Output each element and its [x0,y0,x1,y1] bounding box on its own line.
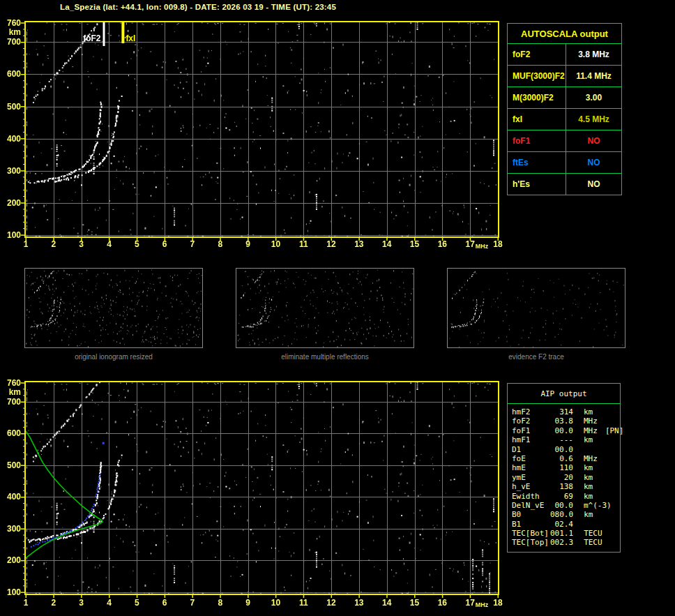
aip-val: --- [550,435,573,444]
x-tick-label: 11 [295,598,312,608]
y-tick-label: 760 [0,378,21,388]
x-tick-label: 8 [212,239,229,249]
row-value: 3.00 [566,87,621,108]
station-title: La_Spezia (lat: +44.1, lon: 009.8) - DAT… [60,3,336,11]
aip-val: 0.6 [550,454,573,463]
aip-unit: m^(-3) [584,501,612,510]
x-tick-label: 12 [323,598,340,608]
aip-table-row: B0080.0km [512,510,620,519]
x-tick-label: 16 [434,239,450,249]
aip-table-row: foF203.8MHz [512,416,620,426]
aip-val: 138 [550,482,573,491]
x-tick-label: 8 [212,598,229,608]
aip-name: hmF2 [512,407,550,416]
aip-table-row: ymE20km [512,473,620,482]
row-value: 4.5 MHz [566,109,621,130]
x-tick-label: 2 [45,598,62,608]
y-tick-label: 700 [0,37,21,47]
aip-unit: km [584,435,593,444]
x-tick-label: 9 [240,598,257,608]
aip-val: 02.4 [550,520,573,529]
y-axis-unit: km [0,387,22,397]
y-tick-label: 100 [0,230,21,240]
autoscala-table-row: h'EsNO [508,174,621,195]
y-tick-label: 400 [0,492,21,502]
x-tick-label: 6 [156,598,173,608]
x-tick-label: 1 [17,239,34,249]
x-tick-label: 1 [17,598,34,608]
autoscala-table-title: AUTOSCALA output [508,24,621,44]
aip-unit: MHz [584,426,598,435]
y-tick-label: 400 [0,134,21,144]
x-tick-label: 16 [434,598,450,608]
x-tick-label: 14 [379,239,395,249]
aip-name: TEC[Top] [512,538,550,547]
thumbnail-caption: eliminate multiple reflections [236,353,414,361]
row-label: foF2 [508,44,566,65]
aip-name: D1 [512,445,550,454]
autoscala-table-row: foF1NO [508,130,621,152]
y-tick-label: 500 [0,460,21,470]
aip-unit: km [584,482,593,491]
aip-table-row: hmE110km [512,463,620,472]
row-label: h'Es [508,174,566,195]
aip-val: 080.0 [550,510,573,519]
aip-name: foF2 [512,416,550,426]
aip-unit: km [584,473,593,482]
x-tick-label: 7 [184,239,201,249]
y-tick-label: 700 [0,397,21,407]
x-tick-label: 5 [128,239,145,249]
aip-name: DelN_vE [512,501,550,510]
row-value: 11.4 MHz [566,66,621,87]
aip-name: h_vE [512,482,550,491]
y-tick-label: 200 [0,555,21,565]
aip-table-title: AIP output [508,384,620,404]
aip-name: foF1 [512,426,550,435]
x-tick-label: 3 [73,598,90,608]
aip-unit: km [584,407,593,416]
x-tick-label: 14 [379,598,395,608]
aip-val: 03.8 [550,416,573,426]
thumbnail-original-ionogram [24,268,203,348]
aip-name: Ewidth [512,492,550,501]
aip-table-row: D100.0 [512,445,620,454]
aip-val: 20 [550,473,573,482]
y-tick-label: 300 [0,166,21,176]
x-tick-label: 3 [73,239,90,249]
aip-val: 110 [550,463,573,472]
row-label: fxI [508,109,566,130]
x-tick-label: 18 [490,239,506,249]
aip-val: 00.0 [550,426,573,435]
x-tick-label: 15 [407,239,423,249]
thumbnail-caption: original ionogram resized [24,353,203,361]
x-tick-label: 11 [295,239,312,249]
row-label: M(3000)F2 [508,87,566,108]
row-value: NO [566,130,621,151]
row-label: foF1 [508,130,566,151]
aip-name: ymE [512,473,550,482]
x-tick-label: 4 [100,239,117,249]
row-label: ftEs [508,152,566,173]
x-axis-unit: MHz [473,601,491,608]
row-value: NO [566,152,621,173]
autoscala-output-table: AUTOSCALA output foF23.8 MHzMUF(3000)F21… [507,23,622,195]
aip-val: 69 [550,492,573,501]
aip-table-row: foF100.0MHz[PN] [512,426,620,435]
autoscala-table-row: MUF(3000)F211.4 MHz [508,66,621,87]
aip-table-row: DelN_vE00.0m^(-3) [512,501,620,510]
thumbnail-caption: evidence F2 trace [447,353,625,361]
thumbnail-eliminate-reflections [236,268,414,348]
aip-name: B0 [512,510,550,519]
y-tick-label: 100 [0,587,21,597]
x-tick-label: 9 [240,239,257,249]
aip-output-table: AIP output hmF2314kmfoF203.8MHzfoF100.0M… [507,383,621,553]
aip-val: 00.0 [550,445,573,454]
aip-name: foE [512,454,550,463]
fof2-marker-label: foF2 [70,33,101,43]
row-value: 3.8 MHz [566,44,621,65]
autoscala-table-row: foF23.8 MHz [508,44,621,66]
y-tick-label: 600 [0,69,21,79]
main-ionogram-canvas [19,17,503,243]
x-tick-label: 7 [184,598,201,608]
row-value: NO [566,174,621,195]
